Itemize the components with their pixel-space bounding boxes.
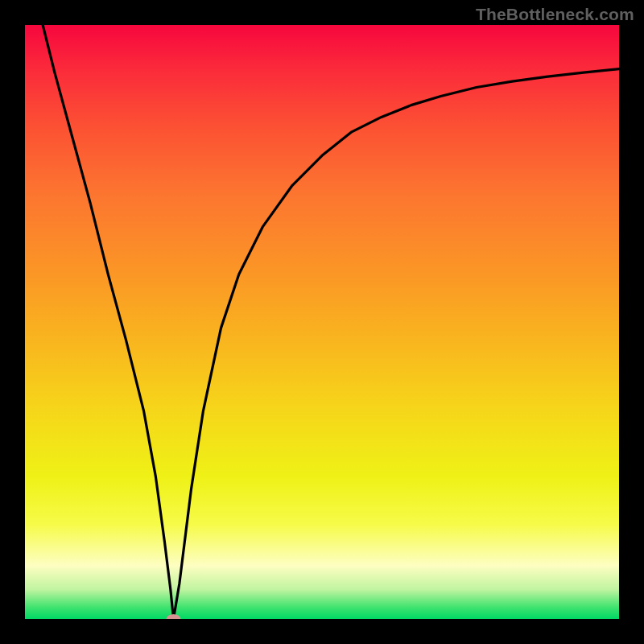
- chart-frame: TheBottleneck.com: [0, 0, 644, 644]
- curve-svg: [25, 25, 619, 619]
- bottleneck-curve: [43, 25, 619, 619]
- watermark-text: TheBottleneck.com: [476, 5, 634, 24]
- plot-area: [25, 25, 619, 619]
- minimum-marker: [167, 614, 181, 619]
